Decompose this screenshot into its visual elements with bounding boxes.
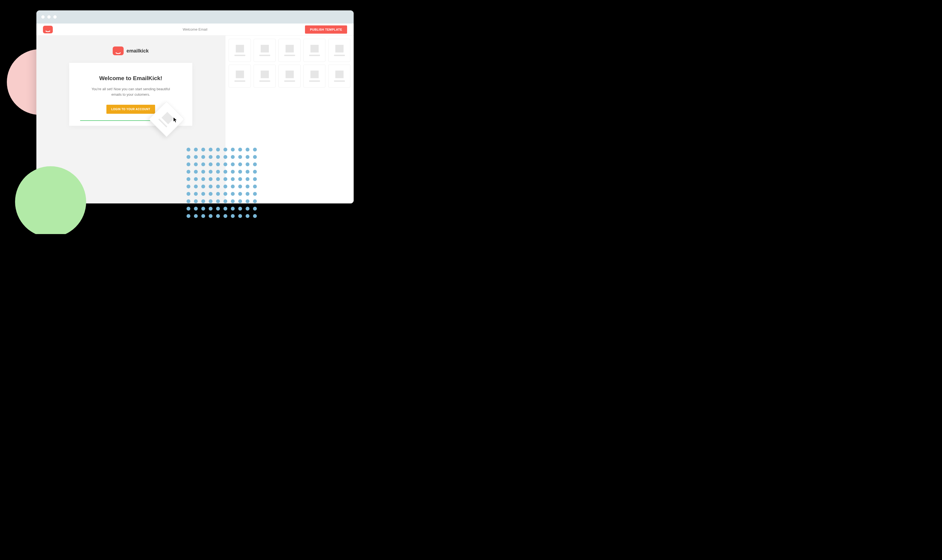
block-thumbnail[interactable] bbox=[279, 65, 300, 88]
decorative-green-circle bbox=[15, 166, 86, 234]
block-thumbnail[interactable] bbox=[229, 39, 251, 62]
cursor-icon bbox=[173, 117, 178, 123]
decorative-dot-grid bbox=[186, 148, 257, 218]
block-thumbnail[interactable] bbox=[303, 39, 325, 62]
placeholder-image-icon bbox=[336, 45, 343, 52]
placeholder-image-icon bbox=[261, 71, 269, 78]
placeholder-image-icon bbox=[236, 45, 244, 52]
placeholder-line bbox=[259, 55, 270, 56]
email-subtext: You're all set! Now you can start sendin… bbox=[80, 86, 182, 97]
browser-titlebar bbox=[36, 11, 354, 23]
email-heading: Welcome to EmailKick! bbox=[80, 75, 182, 82]
email-brand-row: emailkick bbox=[113, 46, 149, 55]
placeholder-image-icon bbox=[261, 45, 269, 52]
placeholder-image-icon bbox=[162, 112, 174, 124]
traffic-light-dot bbox=[41, 15, 45, 18]
block-thumbnail[interactable] bbox=[279, 39, 300, 62]
placeholder-image-icon bbox=[311, 45, 319, 52]
brand-logo-icon bbox=[113, 46, 124, 55]
blocks-grid bbox=[229, 39, 350, 88]
block-thumbnail[interactable] bbox=[229, 65, 251, 88]
placeholder-image-icon bbox=[286, 71, 294, 78]
publish-template-button[interactable]: PUBLISH TEMPLATE bbox=[305, 25, 347, 34]
block-thumbnail[interactable] bbox=[328, 65, 350, 88]
placeholder-image-icon bbox=[286, 45, 294, 52]
traffic-light-dot bbox=[47, 15, 51, 18]
placeholder-line bbox=[309, 80, 320, 82]
placeholder-line bbox=[334, 80, 345, 82]
brand-name: emailkick bbox=[126, 48, 149, 54]
placeholder-line bbox=[309, 55, 320, 56]
placeholder-line bbox=[259, 80, 270, 82]
app-header: Welcome Email PUBLISH TEMPLATE bbox=[36, 23, 354, 35]
email-cta-button[interactable]: LOGIN TO YOUR ACCOUNT bbox=[106, 105, 155, 114]
placeholder-line bbox=[334, 55, 345, 56]
block-thumbnail[interactable] bbox=[254, 39, 276, 62]
app-logo-icon bbox=[43, 26, 53, 33]
block-thumbnail[interactable] bbox=[254, 65, 276, 88]
placeholder-line bbox=[284, 80, 295, 82]
placeholder-image-icon bbox=[311, 71, 319, 78]
placeholder-image-icon bbox=[236, 71, 244, 78]
placeholder-line bbox=[284, 55, 295, 56]
block-thumbnail[interactable] bbox=[328, 39, 350, 62]
placeholder-line bbox=[234, 55, 245, 56]
block-thumbnail[interactable] bbox=[303, 65, 325, 88]
placeholder-image-icon bbox=[336, 71, 343, 78]
placeholder-line bbox=[234, 80, 245, 82]
traffic-light-dot bbox=[53, 15, 57, 18]
page-title: Welcome Email bbox=[183, 27, 207, 31]
